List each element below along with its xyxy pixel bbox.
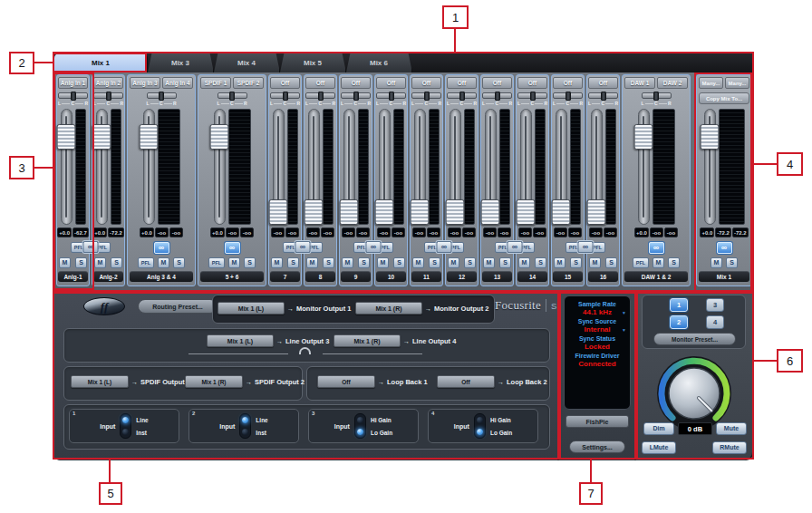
- stereo-link-button[interactable]: ∞: [437, 241, 452, 253]
- pan-slider-handle[interactable]: [389, 92, 394, 101]
- pan-slider-handle[interactable]: [159, 92, 164, 101]
- source-select-button[interactable]: Anlg In 4: [162, 77, 193, 89]
- fader-handle[interactable]: [701, 124, 720, 150]
- fader-track[interactable]: [308, 109, 320, 225]
- stereo-link-button[interactable]: ∞: [578, 241, 594, 253]
- mute-button[interactable]: M: [228, 257, 240, 268]
- fader-handle[interactable]: [517, 199, 536, 225]
- fader-track[interactable]: [450, 109, 461, 225]
- source-select-button[interactable]: DAW 1: [624, 77, 655, 89]
- route-source-button[interactable]: Mix 1 (L): [207, 334, 274, 347]
- fader-track[interactable]: [379, 109, 391, 225]
- source-select-button[interactable]: SPDIF 2: [233, 77, 264, 89]
- pan-slider-track[interactable]: [341, 92, 371, 99]
- solo-button[interactable]: S: [287, 257, 299, 268]
- mute-button[interactable]: M: [412, 257, 424, 268]
- mute-button[interactable]: Mute: [716, 422, 747, 435]
- pan-slider-track[interactable]: [93, 92, 123, 99]
- route-source-button[interactable]: Mix 1 (L): [218, 302, 285, 315]
- fader-track[interactable]: [214, 109, 226, 225]
- fader-track[interactable]: [273, 109, 285, 225]
- route-source-button[interactable]: Off: [317, 375, 375, 388]
- pan-control[interactable]: LCR: [93, 92, 123, 107]
- many-sources-button[interactable]: Many...: [725, 77, 749, 89]
- radio-led-line[interactable]: [242, 417, 248, 423]
- radio-led-lo-gain[interactable]: [477, 429, 483, 435]
- mute-button[interactable]: M: [483, 257, 495, 268]
- pan-control[interactable]: LCR: [58, 92, 88, 107]
- pan-control[interactable]: LCR: [447, 92, 477, 107]
- solo-button[interactable]: S: [358, 257, 370, 268]
- pan-slider-handle[interactable]: [495, 92, 500, 101]
- pan-slider-track[interactable]: [482, 92, 512, 99]
- mute-button[interactable]: M: [554, 257, 566, 268]
- source-select-button[interactable]: Off: [447, 77, 477, 89]
- fader-handle[interactable]: [634, 124, 653, 150]
- fader-track[interactable]: [520, 109, 532, 225]
- source-select-button[interactable]: Off: [482, 77, 512, 89]
- pan-slider-track[interactable]: [517, 92, 547, 99]
- pan-slider-track[interactable]: [147, 92, 177, 99]
- fader-handle[interactable]: [269, 199, 288, 225]
- fader-handle[interactable]: [411, 199, 430, 225]
- pan-control[interactable]: LCR: [341, 92, 371, 107]
- pfl-button[interactable]: PFL: [208, 257, 225, 268]
- pan-slider-handle[interactable]: [653, 92, 659, 101]
- solo-button[interactable]: S: [668, 257, 680, 268]
- settings-button[interactable]: Settings...: [569, 440, 625, 453]
- many-sources-button[interactable]: Many...: [699, 77, 723, 89]
- fader-track[interactable]: [143, 109, 155, 225]
- mute-button[interactable]: M: [342, 257, 353, 268]
- monitor-output-button-4[interactable]: 4: [706, 315, 724, 329]
- copy-mix-to-button[interactable]: Copy Mix To...: [699, 92, 749, 104]
- stereo-link-button[interactable]: ∞: [154, 242, 169, 254]
- mute-button[interactable]: M: [518, 257, 530, 268]
- pan-slider-handle[interactable]: [71, 92, 76, 101]
- pan-slider-handle[interactable]: [318, 92, 324, 101]
- solo-button[interactable]: S: [570, 257, 582, 268]
- input-mode-switch[interactable]: [120, 413, 131, 439]
- mute-button[interactable]: M: [94, 257, 106, 268]
- fader-handle[interactable]: [552, 199, 571, 225]
- fader-track[interactable]: [96, 109, 108, 225]
- pan-control[interactable]: LCR: [411, 92, 441, 107]
- pan-slider-track[interactable]: [58, 92, 88, 99]
- pan-slider-handle[interactable]: [459, 92, 465, 101]
- fader-track[interactable]: [414, 109, 426, 225]
- radio-led-inst[interactable]: [242, 429, 248, 435]
- route-source-button[interactable]: Mix 1 (L): [71, 375, 129, 388]
- pan-control[interactable]: LCR: [553, 92, 583, 107]
- source-select-button[interactable]: Anlg In 3: [130, 77, 160, 89]
- source-select-button[interactable]: Anlg In 1: [58, 77, 88, 89]
- routing-preset-button[interactable]: Routing Preset...: [138, 299, 218, 314]
- stereo-link-button[interactable]: ∞: [225, 242, 240, 254]
- solo-button[interactable]: S: [393, 257, 405, 268]
- source-select-button[interactable]: Off: [517, 77, 547, 89]
- tab-mix-1[interactable]: Mix 1: [54, 53, 148, 73]
- device-select-button[interactable]: FishPie: [566, 415, 629, 428]
- solo-button[interactable]: S: [535, 257, 546, 268]
- dim-button[interactable]: Dim: [643, 422, 674, 435]
- fader-handle[interactable]: [140, 124, 159, 150]
- pan-slider-handle[interactable]: [424, 92, 430, 101]
- solo-button[interactable]: S: [499, 257, 511, 268]
- pan-slider-track[interactable]: [642, 92, 672, 99]
- monitor-output-button-1[interactable]: 1: [670, 298, 688, 312]
- mute-button[interactable]: M: [652, 257, 664, 268]
- solo-button[interactable]: S: [323, 257, 334, 268]
- fader-track[interactable]: [343, 109, 355, 225]
- route-source-button[interactable]: Mix 1 (R): [185, 375, 243, 388]
- source-select-button[interactable]: Off: [270, 77, 300, 89]
- mute-button[interactable]: M: [710, 257, 722, 268]
- stereo-link-button[interactable]: ∞: [366, 241, 382, 253]
- mute-button[interactable]: M: [158, 257, 169, 268]
- dropdown-arrow-icon[interactable]: ▼: [622, 327, 626, 333]
- pan-slider-track[interactable]: [588, 92, 618, 99]
- radio-led-hi-gain[interactable]: [477, 417, 483, 423]
- solo-button[interactable]: S: [244, 257, 256, 268]
- fader-track[interactable]: [591, 109, 603, 225]
- solo-button[interactable]: S: [429, 257, 440, 268]
- fader-handle[interactable]: [304, 199, 324, 225]
- pan-control[interactable]: LCR: [517, 92, 547, 107]
- source-select-button[interactable]: Off: [588, 77, 618, 89]
